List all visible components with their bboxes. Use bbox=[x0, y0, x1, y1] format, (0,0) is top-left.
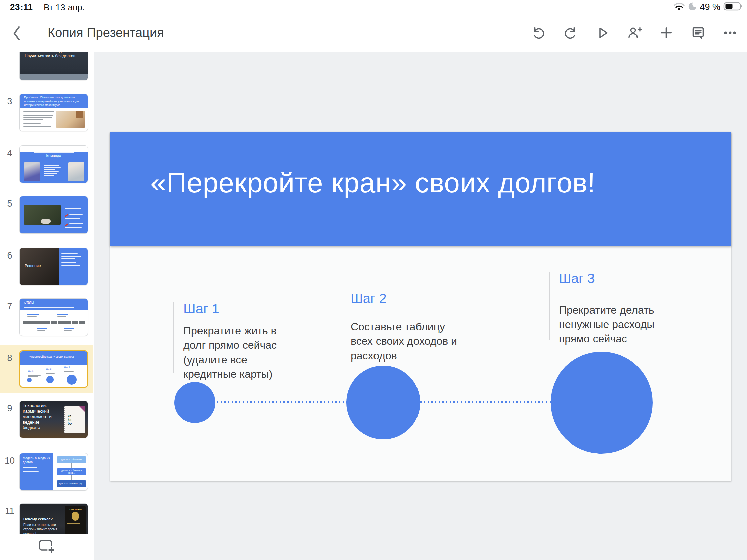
thumb6-photo: Решение bbox=[20, 248, 59, 285]
slide-title-banner[interactable]: «Перекройте кран» своих долгов! bbox=[110, 132, 731, 246]
toolbar-actions bbox=[531, 14, 738, 52]
thumb6-list bbox=[59, 248, 88, 285]
thumb4-text-lines bbox=[44, 162, 63, 177]
battery-percent: 49 % bbox=[700, 2, 720, 12]
slide-thumbnail-2[interactable]: Наша главная цель: Финансовая свобода/ Н… bbox=[20, 52, 88, 80]
current-slide[interactable]: «Перекройте кран» своих долгов! Шаг 1 Пр… bbox=[110, 132, 731, 481]
thumb7-milestone bbox=[37, 327, 47, 332]
wifi-icon bbox=[673, 2, 685, 12]
add-collaborator-icon[interactable] bbox=[627, 25, 642, 40]
thumb7-milestone bbox=[57, 313, 68, 318]
thumb8-step3: Шаг 3 bbox=[64, 366, 80, 372]
thumb10-box-2: ДИАЛОГ с банком и кред… bbox=[57, 468, 86, 475]
redo-icon[interactable] bbox=[563, 25, 578, 40]
slide-thumbnail-5[interactable] bbox=[20, 196, 88, 234]
thumb10-box-1: ДИАЛОГ с близкими bbox=[57, 456, 86, 463]
slide-thumbnail-8-selected[interactable]: «Перекройте кран» своих долгов! Шаг 1 Ша… bbox=[20, 350, 88, 388]
step3-circle[interactable] bbox=[550, 351, 653, 454]
step1-divider-line bbox=[173, 302, 174, 373]
slide-number: 4 bbox=[3, 148, 16, 158]
do-not-disturb-moon-icon bbox=[688, 2, 697, 12]
thumb7-timeline bbox=[23, 321, 85, 324]
present-icon[interactable] bbox=[595, 25, 610, 40]
thumb9-title: Технологии: Кармический менеджмент и вед… bbox=[23, 403, 56, 431]
slide-number: 9 bbox=[3, 403, 16, 414]
toolbar: Копия Презентация bbox=[0, 14, 747, 52]
thumb5-text-lines bbox=[65, 206, 85, 229]
step2-body[interactable]: Составьте таблицу всех своих доходов и р… bbox=[351, 320, 465, 363]
thumb3-title: Проблема: Объем плохих долгов по ипотеке… bbox=[24, 96, 86, 107]
thumb4-photo-left bbox=[24, 162, 40, 181]
thumb8-circle-1 bbox=[27, 378, 31, 382]
thumb8-circle-3 bbox=[67, 375, 77, 385]
slide-number: 3 bbox=[3, 96, 16, 107]
slide-thumbnail-4[interactable]: Команда bbox=[20, 145, 88, 183]
status-indicators: 49 % bbox=[673, 1, 743, 13]
thumb4-title: Команда bbox=[20, 154, 88, 158]
thumb3-text-lines bbox=[23, 110, 55, 128]
slide-number: 6 bbox=[3, 250, 16, 261]
step2-circle[interactable] bbox=[346, 366, 420, 439]
thumb2-title: Наша главная цель: Финансовая свобода/ Н… bbox=[25, 52, 82, 59]
slide-title[interactable]: «Перекройте кран» своих долгов! bbox=[151, 165, 705, 200]
filmstrip-bottom-bar bbox=[0, 534, 93, 560]
thumb11-poster: ЗАПОМНИ! bbox=[65, 506, 86, 538]
comments-icon[interactable] bbox=[691, 25, 706, 40]
battery-icon bbox=[723, 2, 743, 12]
google-slides-app: 23:11 Вт 13 апр. 49 % bbox=[0, 0, 747, 560]
step1-title[interactable]: Шаг 1 bbox=[183, 300, 219, 317]
document-title[interactable]: Копия Презентация bbox=[48, 14, 164, 52]
undo-icon[interactable] bbox=[531, 25, 546, 40]
thumb9-book-label: ka ke bo bbox=[68, 414, 74, 425]
slide-number: 11 bbox=[3, 506, 16, 516]
step1-body[interactable]: Прекратите жить в долг прямо сейчас (уда… bbox=[183, 324, 284, 381]
thumb3-dotted-line bbox=[23, 129, 85, 129]
slide-number: 5 bbox=[3, 199, 16, 209]
slide-number: 10 bbox=[3, 456, 16, 466]
thumb11-poster-title: ЗАПОМНИ! bbox=[65, 508, 86, 511]
thumb5-photo bbox=[24, 205, 61, 224]
thumb10-panel: Модель выхода из долгов bbox=[20, 453, 53, 490]
slide-number: 7 bbox=[3, 301, 16, 312]
slide-filmstrip[interactable]: Наша главная цель: Финансовая свобода/ Н… bbox=[0, 52, 93, 560]
thumb8-circle-2 bbox=[46, 376, 54, 383]
thumb3-photo-detail bbox=[76, 111, 83, 117]
thumb7-milestone bbox=[27, 313, 38, 318]
step2-title[interactable]: Шаг 2 bbox=[351, 290, 387, 307]
slide-number: 8 bbox=[3, 353, 16, 363]
step3-title[interactable]: Шаг 3 bbox=[559, 270, 595, 287]
editor-canvas[interactable]: «Перекройте кран» своих долгов! Шаг 1 Пр… bbox=[94, 52, 747, 560]
date: Вт 13 апр. bbox=[44, 2, 85, 13]
thumb7-milestone bbox=[64, 327, 74, 332]
slide-thumbnail-7[interactable]: Этапы bbox=[20, 298, 88, 336]
thumb8-step2: Шаг 2 bbox=[46, 368, 61, 374]
slide-thumbnail-6[interactable]: Решение bbox=[20, 248, 88, 285]
thumb11-title: Почему сейчас? bbox=[23, 517, 53, 521]
step3-divider-line bbox=[549, 272, 549, 340]
thumb10-title: Модель выхода из долгов bbox=[23, 456, 50, 464]
back-icon[interactable] bbox=[10, 26, 24, 41]
thumb8-step1: Шаг 1 bbox=[28, 370, 43, 377]
thumb7-title: Этапы bbox=[24, 300, 34, 304]
step3-body[interactable]: Прекратите делать ненужные расходы прямо… bbox=[559, 303, 660, 346]
thumb2-photo bbox=[20, 74, 88, 80]
add-slide-icon[interactable] bbox=[38, 539, 55, 555]
slide-thumbnail-3[interactable]: Проблема: Объем плохих долгов по ипотеке… bbox=[20, 94, 88, 131]
slide-thumbnail-10[interactable]: Модель выхода из долгов ДИАЛОГ с близким… bbox=[20, 453, 88, 490]
thumb4-photo-right bbox=[68, 162, 84, 181]
plus-icon[interactable] bbox=[659, 25, 674, 40]
slide-thumbnail-9[interactable]: Технологии: Кармический менеджмент и вед… bbox=[20, 401, 88, 438]
step2-divider-line bbox=[341, 292, 341, 361]
thumb10-box-3: ДИАЛОГ с семьи с гру… bbox=[57, 480, 86, 487]
thumb6-title: Решение bbox=[25, 264, 41, 268]
clock: 23:11 bbox=[10, 2, 33, 12]
more-icon[interactable] bbox=[722, 25, 738, 40]
thumb9-book: ka ke bo bbox=[64, 405, 85, 433]
step1-circle[interactable] bbox=[174, 382, 215, 423]
status-bar: 23:11 Вт 13 апр. 49 % bbox=[0, 0, 747, 14]
thumb8-title: «Перекройте кран» своих долгов! bbox=[29, 355, 83, 358]
